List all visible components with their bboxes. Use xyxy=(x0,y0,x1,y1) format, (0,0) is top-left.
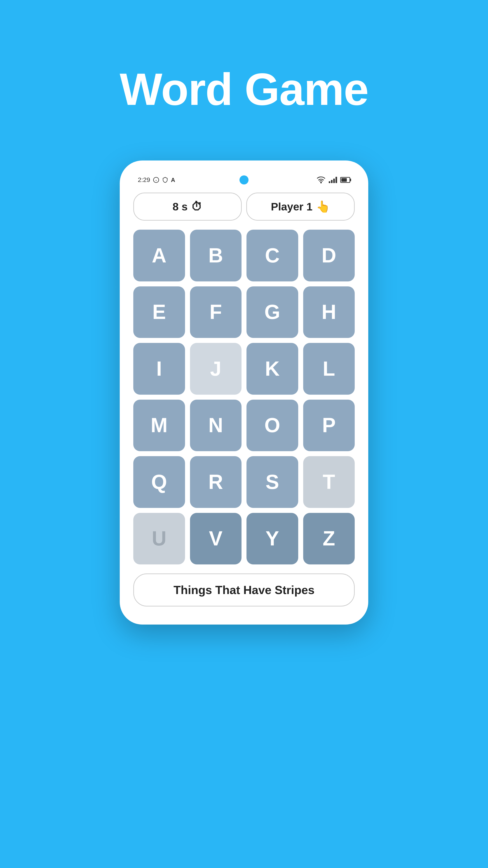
info-icon xyxy=(153,177,159,183)
battery-icon xyxy=(340,177,350,183)
camera-dot xyxy=(239,176,249,184)
letter-btn-m[interactable]: M xyxy=(133,400,185,452)
letter-btn-h[interactable]: H xyxy=(303,286,355,338)
letter-btn-i[interactable]: I xyxy=(133,343,185,395)
game-header: 8 s ⏱ Player 1 👆 xyxy=(133,193,355,221)
letter-btn-n[interactable]: N xyxy=(190,400,242,452)
battery-tip xyxy=(350,179,351,181)
player-label: Player 1 xyxy=(271,200,313,213)
letter-btn-a[interactable]: A xyxy=(133,230,185,281)
letter-btn-c[interactable]: C xyxy=(247,230,298,281)
letter-btn-z[interactable]: Z xyxy=(303,513,355,565)
letter-btn-s[interactable]: S xyxy=(247,456,298,508)
timer-box: 8 s ⏱ xyxy=(133,193,242,221)
status-bar-right xyxy=(317,177,350,183)
letter-btn-q[interactable]: Q xyxy=(133,456,185,508)
a-status-icon: A xyxy=(171,177,175,184)
letter-btn-t[interactable]: T xyxy=(303,456,355,508)
timer-label: 8 s xyxy=(173,200,188,213)
signal-icon xyxy=(329,177,337,183)
letter-btn-j[interactable]: J xyxy=(190,343,242,395)
player-box[interactable]: Player 1 👆 xyxy=(246,193,355,221)
letter-btn-d[interactable]: D xyxy=(303,230,355,281)
letter-btn-b[interactable]: B xyxy=(190,230,242,281)
shield-icon xyxy=(162,177,168,183)
letter-grid: ABCDEFGHIJKLMNOPQRSTUVYZ xyxy=(133,230,355,564)
camera-notch xyxy=(239,176,249,184)
status-bar-left: 2:29 A xyxy=(138,176,175,184)
letter-btn-g[interactable]: G xyxy=(247,286,298,338)
letter-btn-e[interactable]: E xyxy=(133,286,185,338)
battery-fill xyxy=(341,178,347,182)
letter-btn-v[interactable]: V xyxy=(190,513,242,565)
letter-btn-y[interactable]: Y xyxy=(247,513,298,565)
letter-btn-u[interactable]: U xyxy=(133,513,185,565)
letter-btn-r[interactable]: R xyxy=(190,456,242,508)
time-display: 2:29 xyxy=(138,176,150,184)
letter-btn-o[interactable]: O xyxy=(247,400,298,452)
letter-btn-l[interactable]: L xyxy=(303,343,355,395)
wifi-icon xyxy=(317,177,326,183)
hand-icon: 👆 xyxy=(316,200,330,213)
app-title: Word Game xyxy=(120,63,368,115)
letter-btn-p[interactable]: P xyxy=(303,400,355,452)
category-text: Things That Have Stripes xyxy=(173,583,315,597)
letter-btn-f[interactable]: F xyxy=(190,286,242,338)
category-bar: Things That Have Stripes xyxy=(133,574,355,607)
phone-frame: 2:29 A xyxy=(120,160,368,625)
timer-icon: ⏱ xyxy=(191,200,202,213)
status-bar: 2:29 A xyxy=(133,174,355,188)
letter-btn-k[interactable]: K xyxy=(247,343,298,395)
